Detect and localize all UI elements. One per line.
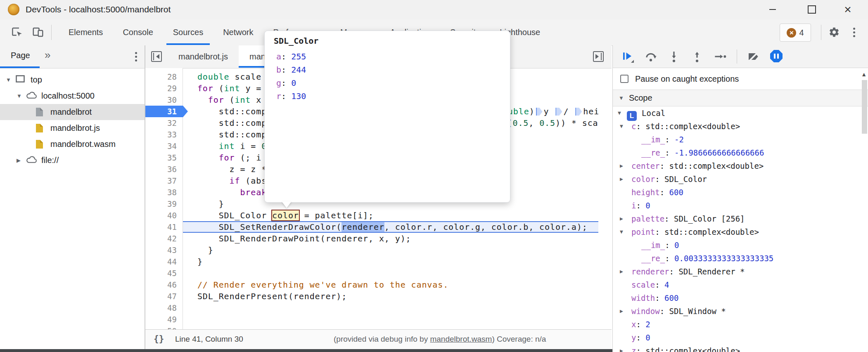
code-line-44[interactable]: } xyxy=(183,256,598,267)
tree-item-file-[interactable]: ▶file:// xyxy=(0,152,145,168)
error-badge[interactable]: × 4 xyxy=(780,24,811,42)
gutter-line-35[interactable]: 35 xyxy=(145,152,183,163)
scope-row-re[interactable]: __re_: -1.9866666666666666 xyxy=(613,146,868,159)
gutter-line-31[interactable]: 31 xyxy=(145,106,183,117)
gutter-line-40[interactable]: 40 xyxy=(145,210,183,221)
device-toolbar-icon[interactable] xyxy=(32,26,44,38)
code-line-41[interactable]: SDL_SetRenderDrawColor(renderer, color.r… xyxy=(183,221,598,233)
scope-scroll-thumb[interactable] xyxy=(862,80,867,134)
gutter-line-44[interactable]: 44 xyxy=(145,256,183,267)
pause-on-caught-checkbox[interactable] xyxy=(620,75,628,83)
gutter-line-39[interactable]: 39 xyxy=(145,198,183,210)
scope-row-window[interactable]: ▶window: SDL_Window * xyxy=(613,305,868,318)
gutter-line-47[interactable]: 47 xyxy=(145,291,183,302)
chevron-right-icon[interactable]: ▶ xyxy=(17,157,21,163)
pause-on-exceptions-icon[interactable] xyxy=(770,50,783,63)
tree-item-mandelbrot.js[interactable]: mandelbrot.js xyxy=(0,120,145,136)
chevron-down-icon[interactable]: ▼ xyxy=(618,106,621,120)
code-line-49[interactable] xyxy=(183,314,598,325)
scope-row-color[interactable]: ▶color: SDL_Color xyxy=(613,172,868,186)
tab-page[interactable]: Page xyxy=(11,51,30,60)
pretty-print-icon[interactable]: {} xyxy=(154,334,164,344)
gutter-line-37[interactable]: 37 xyxy=(145,175,183,187)
gutter-line-42[interactable]: 42 xyxy=(145,233,183,244)
scope-row-x[interactable]: x: 2 xyxy=(613,318,868,331)
code-line-43[interactable]: } xyxy=(183,244,598,256)
tree-item-mandelbrot.wasm[interactable]: mandelbrot.wasm xyxy=(0,136,145,152)
scope-row-z[interactable]: ▶z: std::complex<double> xyxy=(613,344,868,352)
scope-section-header[interactable]: ▼ Scope xyxy=(613,90,868,106)
hide-navigator-icon[interactable] xyxy=(151,51,162,62)
chevron-down-icon[interactable]: ▼ xyxy=(17,93,22,99)
scope-row-scale[interactable]: scale: 4 xyxy=(613,278,868,291)
chevron-right-icon[interactable]: ▶ xyxy=(620,172,623,186)
gutter-line-29[interactable]: 29 xyxy=(145,83,183,94)
scope-row-im[interactable]: __im_: -2 xyxy=(613,133,868,146)
step-icon[interactable] xyxy=(714,50,727,63)
resume-icon[interactable] xyxy=(621,50,634,63)
scope-row-im[interactable]: __im_: 0 xyxy=(613,239,868,252)
scope-row-i[interactable]: i: 0 xyxy=(613,199,868,212)
tab-sources[interactable]: Sources xyxy=(173,19,203,45)
selected-token-renderer[interactable]: renderer xyxy=(342,222,384,232)
gutter-line-48[interactable]: 48 xyxy=(145,302,183,314)
tree-item-top[interactable]: ▼top xyxy=(0,72,145,88)
code-line-48[interactable] xyxy=(183,302,598,314)
gutter-line-36[interactable]: 36 xyxy=(145,163,183,175)
tab-console[interactable]: Console xyxy=(123,19,153,45)
code-line-46[interactable]: // Render everything we've drawn to the … xyxy=(183,279,598,291)
gutter-line-28[interactable]: 28 xyxy=(145,71,183,83)
code-line-47[interactable]: SDL_RenderPresent(renderer); xyxy=(183,291,598,302)
gutter-line-49[interactable]: 49 xyxy=(145,314,183,325)
code-line-45[interactable] xyxy=(183,267,598,279)
gutter-line-32[interactable]: 32 xyxy=(145,117,183,129)
scope-row-height[interactable]: height: 600 xyxy=(613,186,868,199)
chevron-right-icon[interactable]: ▶ xyxy=(620,344,623,352)
kebab-menu-icon[interactable] xyxy=(853,28,855,37)
tree-item-localhost-5000[interactable]: ▼localhost:5000 xyxy=(0,88,145,104)
maximize-button[interactable] xyxy=(799,0,825,19)
editor-tab-mandelbrot.js[interactable]: mandelbrot.js xyxy=(168,45,239,68)
scope-row-c[interactable]: ▼c: std::complex<double> xyxy=(613,120,868,133)
scope-row-re[interactable]: __re_: 0.0033333333333333335 xyxy=(613,252,868,265)
chevron-down-icon[interactable]: ▼ xyxy=(620,225,623,239)
gear-icon[interactable] xyxy=(828,26,840,38)
line-number-gutter[interactable]: 2829303132333435363738394041424344454647… xyxy=(145,68,183,329)
tree-item-mandelbrot[interactable]: mandelbrot xyxy=(0,104,145,120)
step-into-icon[interactable] xyxy=(667,50,681,63)
close-button[interactable]: × xyxy=(835,0,861,19)
code-line-50[interactable] xyxy=(183,325,598,329)
scope-row-center[interactable]: ▶center: std::complex<double> xyxy=(613,159,868,172)
step-out-icon[interactable] xyxy=(690,50,704,63)
gutter-line-30[interactable]: 30 xyxy=(145,94,183,106)
scope-row-palette[interactable]: ▶palette: SDL_Color [256] xyxy=(613,212,868,225)
inspect-icon[interactable] xyxy=(11,26,23,38)
chevron-right-icon[interactable]: ▶ xyxy=(620,305,623,318)
scope-row-renderer[interactable]: ▶renderer: SDL_Renderer * xyxy=(613,265,868,278)
show-debugger-icon[interactable] xyxy=(593,51,604,62)
chevron-right-icon[interactable]: ▶ xyxy=(620,212,623,225)
tab-elements[interactable]: Elements xyxy=(69,19,103,45)
gutter-line-33[interactable]: 33 xyxy=(145,129,183,140)
deactivate-breakpoints-icon[interactable] xyxy=(747,50,760,63)
wasm-link[interactable]: mandelbrot.wasm xyxy=(430,335,492,343)
chevron-down-icon[interactable]: ▼ xyxy=(620,120,623,133)
code-line-42[interactable]: SDL_RenderDrawPoint(renderer, x, y); xyxy=(183,233,598,244)
hovered-token-color[interactable]: color xyxy=(272,210,299,220)
gutter-line-45[interactable]: 45 xyxy=(145,267,183,279)
gutter-line-41[interactable]: 41 xyxy=(145,221,183,233)
chevron-down-icon[interactable]: ▼ xyxy=(6,77,11,83)
step-over-icon[interactable] xyxy=(644,50,657,63)
tab-network[interactable]: Network xyxy=(223,19,253,45)
navigator-menu-icon[interactable] xyxy=(135,52,137,61)
chevron-right-icon[interactable]: ▶ xyxy=(620,265,623,278)
scope-row-point[interactable]: ▼point: std::complex<double> xyxy=(613,225,868,239)
scope-scroll-up-icon[interactable]: ▲ xyxy=(861,71,867,78)
gutter-line-50[interactable]: 50 xyxy=(145,325,183,329)
scope-row-width[interactable]: width: 600 xyxy=(613,291,868,305)
gutter-line-34[interactable]: 34 xyxy=(145,140,183,152)
minimize-button[interactable] xyxy=(760,0,785,19)
code-line-40[interactable]: SDL_Color color = palette[i]; xyxy=(183,210,598,221)
chevron-right-icon[interactable]: ▶ xyxy=(620,159,623,172)
gutter-line-46[interactable]: 46 xyxy=(145,279,183,291)
